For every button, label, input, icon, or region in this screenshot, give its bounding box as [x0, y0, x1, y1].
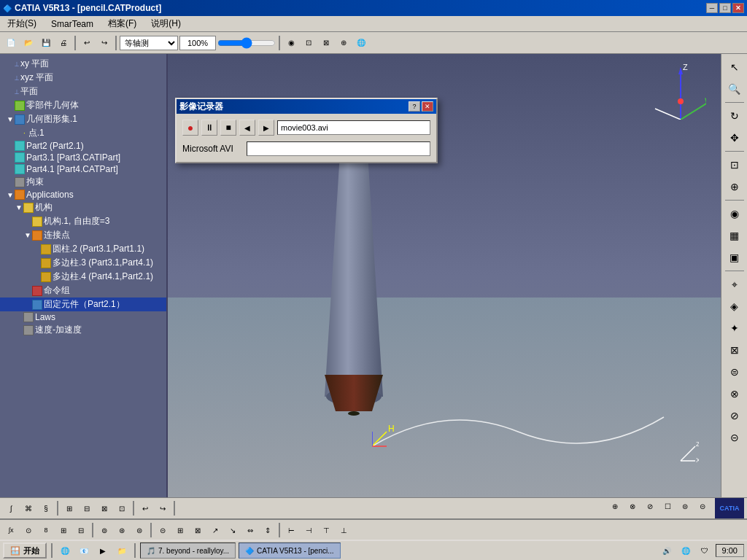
maximize-button[interactable]: □ [719, 3, 731, 13]
bt2-btn12[interactable]: ↗ [207, 522, 223, 538]
taskbar-item-music[interactable]: 🎵 7. beyond - reallyloy... [140, 542, 236, 559]
bt1-btn9[interactable]: ↪ [155, 500, 171, 516]
viewport[interactable]: H Z Y Z X 影像记录器 [168, 54, 721, 497]
tree-cylinder2[interactable]: 圆柱.2 (Part3.1,Part1.1) [0, 242, 166, 256]
bt2-btn17[interactable]: ⊣ [301, 522, 317, 538]
tree-mechanism[interactable]: ▼ 机构 [0, 201, 166, 214]
zoom-input[interactable] [179, 36, 216, 50]
bt1-btn7[interactable]: ⊡ [114, 500, 130, 516]
right-btn-extra2[interactable]: ◈ [724, 296, 745, 316]
bt2-btn2[interactable]: ⊙ [20, 522, 36, 538]
bt1-btn6[interactable]: ⊠ [96, 500, 112, 516]
bt2-btn4[interactable]: ⊞ [55, 522, 71, 538]
record-button[interactable]: ● [182, 120, 198, 136]
menu-file[interactable]: 档案(F) [104, 16, 141, 31]
print-button[interactable]: 🖨 [55, 35, 71, 51]
bt2-btn13[interactable]: ↘ [225, 522, 241, 538]
bt1-right-btn6[interactable]: ⊝ [694, 498, 711, 514]
render1-button[interactable]: ◉ [724, 203, 745, 224]
expand-icon[interactable] [6, 178, 15, 187]
expand-icon[interactable] [6, 141, 15, 150]
bt1-btn5[interactable]: ⊟ [79, 500, 95, 516]
tree-fixed[interactable]: 固定元件（Part2.1） [0, 298, 166, 311]
tree-cmdgroup[interactable]: 命令组 [0, 284, 166, 298]
toolbar-btn-extra3[interactable]: ⊠ [318, 35, 334, 51]
toolbar-btn-extra5[interactable]: 🌐 [353, 35, 369, 51]
bt1-btn4[interactable]: ⊞ [61, 500, 77, 516]
menu-start[interactable]: 开始(S) [3, 16, 41, 31]
expand-icon[interactable] [32, 259, 41, 268]
zoom-slider[interactable] [217, 37, 276, 49]
new-button[interactable]: 📄 [3, 35, 19, 51]
taskbar-icon2[interactable]: 📧 [76, 542, 92, 559]
bt2-btn18[interactable]: ⊤ [318, 522, 334, 538]
bt2-btn5[interactable]: ⊟ [73, 522, 89, 538]
tree-part2[interactable]: Part2 (Part2.1) [0, 140, 166, 152]
expand-icon[interactable] [15, 129, 23, 138]
tree-prism4[interactable]: 多边柱.4 (Part4.1,Part2.1) [0, 270, 166, 284]
prev-button[interactable]: ◀ [239, 120, 255, 136]
stop-button[interactable]: ■ [220, 120, 236, 136]
right-btn-extra3[interactable]: ✦ [724, 318, 745, 338]
taskbar-icon3[interactable]: ▶ [95, 542, 111, 559]
format-input[interactable] [247, 141, 430, 156]
bt1-btn8[interactable]: ↩ [137, 500, 153, 516]
bt2-btn3[interactable]: 8 [38, 522, 54, 538]
right-btn-extra7[interactable]: ⊘ [724, 405, 745, 426]
pan-button[interactable]: ✥ [724, 128, 745, 148]
bt2-btn16[interactable]: ⊢ [283, 522, 299, 538]
zoom-button[interactable]: 🔍 [724, 79, 745, 99]
expand-icon[interactable] [15, 326, 23, 335]
pointer-button[interactable]: ↖ [724, 57, 745, 77]
bt1-btn3[interactable]: § [38, 500, 54, 516]
tree-part3[interactable]: Part3.1 [Part3.CATIPart] [0, 152, 166, 163]
tree-plane[interactable]: ⟂ 平面 [0, 85, 166, 98]
bt1-btn1[interactable]: ∫ [3, 500, 19, 516]
minimize-button[interactable]: ─ [706, 3, 718, 13]
expand-icon[interactable] [23, 300, 32, 309]
bt2-btn10[interactable]: ⊞ [172, 522, 188, 538]
menu-smarteam[interactable]: SmarTeam [47, 18, 98, 31]
bt2-btn15[interactable]: ⇕ [260, 522, 276, 538]
right-btn-extra8[interactable]: ⊝ [724, 427, 745, 448]
bt1-right-btn4[interactable]: ☐ [659, 498, 676, 514]
tree-xy-plane[interactable]: ⟂ xy 平面 [0, 57, 166, 71]
right-btn-extra1[interactable]: ⌖ [724, 274, 745, 295]
undo-button[interactable]: ↩ [79, 35, 95, 51]
bt1-right-btn3[interactable]: ⊘ [642, 498, 658, 514]
right-btn-extra5[interactable]: ⊜ [724, 362, 745, 382]
expand-icon[interactable] [6, 153, 15, 162]
taskbar-icon1[interactable]: 🌐 [57, 542, 73, 559]
menu-help[interactable]: 说明(H) [147, 16, 185, 31]
tree-joints[interactable]: ▼ 连接点 [0, 228, 166, 242]
expand-icon[interactable] [6, 165, 15, 174]
filename-input[interactable] [277, 120, 430, 135]
dialog-help-button[interactable]: ? [409, 101, 420, 112]
tree-geom-set[interactable]: ▼ 几何图形集.1 [0, 112, 166, 126]
tree-mech1[interactable]: 机构.1, 自由度=3 [0, 214, 166, 228]
next-button[interactable]: ▶ [258, 120, 274, 136]
expand-icon[interactable] [32, 245, 41, 254]
tray-icon2[interactable]: 🌐 [678, 542, 694, 559]
bt2-btn19[interactable]: ⊥ [336, 522, 352, 538]
start-button[interactable]: 🪟 开始 [3, 542, 47, 559]
expand-icon[interactable]: ▼ [23, 231, 32, 240]
tree-applications[interactable]: ▼ Applications [0, 189, 166, 201]
bt2-btn11[interactable]: ⊠ [190, 522, 206, 538]
redo-button[interactable]: ↪ [96, 35, 112, 51]
expand-icon[interactable]: ▼ [6, 190, 15, 199]
tree-part4[interactable]: Part4.1 [Part4.CATPart] [0, 163, 166, 175]
right-btn-extra4[interactable]: ⊠ [724, 340, 745, 360]
taskbar-item-catia[interactable]: 🔷 CATIA V5R13 - [penci... [239, 542, 340, 559]
expand-icon[interactable] [32, 273, 41, 281]
toolbar-btn-extra4[interactable]: ⊕ [336, 35, 352, 51]
save-button[interactable]: 💾 [38, 35, 54, 51]
taskbar-icon4[interactable]: 📁 [114, 542, 130, 559]
bt1-right-btn1[interactable]: ⊕ [607, 498, 623, 514]
close-button[interactable]: ✕ [732, 3, 744, 13]
bt2-btn14[interactable]: ⇔ [242, 522, 258, 538]
expand-icon[interactable] [6, 60, 15, 69]
bt2-btn9[interactable]: ⊝ [155, 522, 171, 538]
right-btn-extra6[interactable]: ⊗ [724, 384, 745, 404]
tray-icon3[interactable]: 🛡 [697, 542, 713, 559]
